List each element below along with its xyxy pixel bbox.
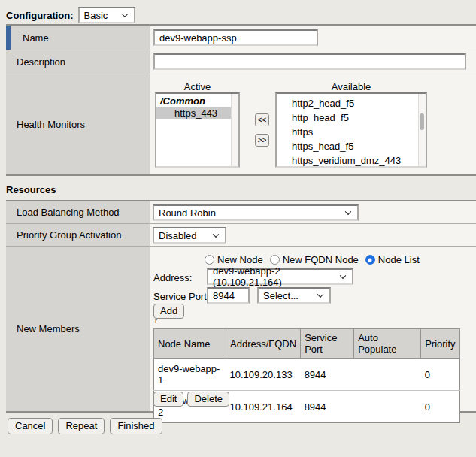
service-port-label: Service Port:: [153, 289, 209, 304]
available-list-scrollbar-thumb[interactable]: [420, 113, 424, 130]
address-select[interactable]: dev9-webapp-2 (10.109.21.164): [207, 268, 353, 285]
available-monitor-item[interactable]: http2_head_f5: [277, 96, 426, 110]
members-table: Node Name Address/FQDN Service Port Auto…: [153, 328, 460, 423]
priority-group-activation-select[interactable]: Disabled: [153, 227, 226, 244]
members-table-row[interactable]: dev9-webapp-1 10.109.20.133 8944 0: [154, 359, 460, 391]
member-address: 10.109.21.164: [226, 391, 301, 423]
repeat-button[interactable]: Repeat: [58, 418, 105, 434]
description-label-cell: Description: [6, 50, 150, 74]
description-row: Description: [6, 50, 476, 74]
members-table-actions: Edit Delete: [153, 392, 229, 407]
chevron-down-icon: [213, 232, 219, 238]
health-monitors-row: Health Monitors Active Available /Common…: [6, 74, 476, 174]
load-balancing-method-label-cell: Load Balancing Method: [6, 201, 150, 223]
members-table-header: Node Name: [154, 329, 226, 359]
new-members-label: New Members: [17, 323, 80, 334]
name-label-cell: Name: [6, 26, 150, 50]
general-properties-table: Name Description Health Monitors Active …: [6, 24, 476, 176]
member-auto-populate: [354, 391, 421, 423]
active-list-scrollbar[interactable]: [231, 94, 238, 166]
chevron-down-icon: [317, 292, 323, 298]
members-table-header: Priority: [421, 329, 459, 359]
name-label: Name: [23, 32, 49, 44]
member-auto-populate: [354, 359, 421, 391]
available-monitor-item[interactable]: https: [277, 125, 426, 139]
service-port-select-value: Select...: [263, 290, 299, 301]
new-fqdn-node-radio[interactable]: [270, 255, 280, 265]
node-list-radio-label[interactable]: Node List: [378, 254, 420, 265]
health-monitors-label: Health Monitors: [17, 119, 85, 130]
health-monitors-label-cell: Health Monitors: [6, 74, 150, 174]
chevron-down-icon: [121, 11, 127, 17]
edit-button[interactable]: Edit: [153, 392, 183, 407]
member-priority: 0: [421, 391, 459, 423]
name-row: Name: [6, 26, 476, 50]
form-footer: Cancel Repeat Finished: [8, 418, 162, 434]
configuration-select-value: Basic: [84, 10, 108, 21]
member-service-port: 8944: [301, 391, 354, 423]
load-balancing-method-row: Load Balancing Method Round Robin: [6, 201, 476, 224]
active-monitor-item[interactable]: https_443: [156, 107, 231, 119]
new-members-value-cell: New Node New FQDN Node Node List Address…: [150, 247, 476, 411]
priority-group-activation-label: Priority Group Activation: [17, 229, 121, 241]
add-button[interactable]: Add: [153, 304, 184, 319]
new-node-radio-label[interactable]: New Node: [217, 254, 263, 265]
available-monitor-item[interactable]: https_veridium_dmz_443: [277, 153, 426, 168]
move-to-active-button[interactable]: <<: [255, 113, 269, 126]
move-to-available-button[interactable]: >>: [255, 134, 269, 147]
name-value-cell: [150, 26, 476, 50]
description-label: Description: [17, 56, 65, 68]
new-node-radio[interactable]: [205, 255, 214, 265]
priority-group-activation-label-cell: Priority Group Activation: [6, 224, 150, 246]
member-node-name: dev9-webapp-1: [154, 359, 226, 391]
available-monitors-listbox[interactable]: http2_head_f5 http_head_f5 https https_h…: [275, 92, 427, 168]
node-type-radio-group: New Node New FQDN Node Node List: [205, 254, 426, 265]
members-table-header: Auto Populate: [354, 329, 421, 359]
chevron-down-icon: [340, 273, 346, 279]
chevron-down-icon: [345, 209, 351, 215]
cancel-button[interactable]: Cancel: [8, 418, 53, 434]
finished-button[interactable]: Finished: [110, 418, 162, 434]
stray-text: r: [155, 317, 157, 325]
members-table-header: Service Port: [301, 329, 354, 359]
members-table-header-row: Node Name Address/FQDN Service Port Auto…: [154, 329, 460, 359]
health-monitors-value-cell: Active Available /Common https_443 << >>…: [150, 74, 476, 174]
members-table-header: Address/FQDN: [226, 329, 301, 359]
load-balancing-method-value-cell: Round Robin: [150, 201, 476, 223]
active-monitors-listbox[interactable]: /Common https_443: [155, 92, 240, 168]
node-list-radio[interactable]: [365, 255, 375, 265]
priority-group-activation-value-cell: Disabled: [150, 224, 476, 246]
delete-button[interactable]: Delete: [187, 392, 229, 407]
resources-table: Load Balancing Method Round Robin Priori…: [6, 200, 476, 413]
load-balancing-method-select-value: Round Robin: [159, 207, 216, 219]
active-list-header: Active: [155, 81, 240, 92]
member-service-port: 8944: [301, 359, 354, 391]
load-balancing-method-select[interactable]: Round Robin: [153, 204, 359, 221]
new-fqdn-node-radio-label[interactable]: New FQDN Node: [283, 254, 359, 265]
load-balancing-method-label: Load Balancing Method: [17, 207, 120, 218]
member-priority: 0: [421, 359, 459, 391]
member-address: 10.109.20.133: [226, 359, 301, 391]
address-select-value: dev9-webapp-2 (10.109.21.164): [213, 265, 337, 288]
new-members-row: New Members New Node New FQDN Node Node …: [6, 247, 476, 411]
resources-section-title: Resources: [6, 184, 56, 195]
service-port-input[interactable]: [207, 287, 250, 304]
configuration-bar: Configuration: Basic: [6, 7, 135, 23]
available-list-scrollbar[interactable]: [418, 94, 426, 166]
configuration-select[interactable]: Basic: [78, 7, 135, 23]
active-partition-label: /Common: [156, 94, 238, 107]
pool-configuration-page: Configuration: Basic Name Description: [0, 0, 476, 457]
priority-group-activation-row: Priority Group Activation Disabled: [6, 224, 476, 247]
new-members-label-cell: New Members: [6, 247, 150, 411]
description-value-cell: [150, 50, 476, 74]
available-list-header: Available: [275, 81, 427, 92]
required-indicator-bar: [6, 26, 11, 50]
configuration-label: Configuration:: [6, 10, 74, 21]
service-port-select[interactable]: Select...: [257, 287, 331, 304]
description-input[interactable]: [153, 53, 466, 70]
available-monitor-item[interactable]: https_head_f5: [277, 139, 426, 153]
available-monitor-item[interactable]: http_head_f5: [277, 110, 426, 125]
name-input[interactable]: [153, 29, 318, 46]
priority-group-activation-select-value: Disabled: [159, 230, 197, 241]
address-label: Address:: [153, 270, 192, 286]
